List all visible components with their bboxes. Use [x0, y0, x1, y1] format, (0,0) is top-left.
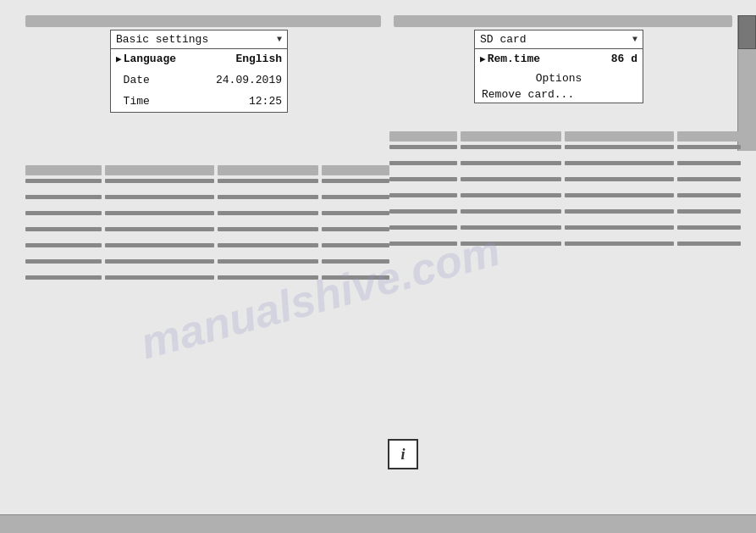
table-right-col2-header	[461, 131, 561, 142]
dropdown-row-time[interactable]: Time 12:25	[111, 92, 287, 113]
table-row	[389, 193, 741, 197]
table-row	[389, 225, 741, 230]
cell	[677, 193, 741, 197]
cell	[322, 275, 389, 280]
cell	[389, 177, 457, 181]
right-panel: SD card ▼ ▶ Rem.time 86 d Options Remove…	[474, 30, 643, 103]
cell	[218, 179, 318, 183]
removecard-label: Remove card...	[482, 88, 574, 101]
table-left	[25, 165, 389, 280]
cell	[218, 243, 318, 247]
table-row	[389, 161, 741, 165]
sd-dropdown-arrow-icon: ▼	[632, 35, 637, 44]
cell	[565, 161, 674, 165]
cell	[105, 227, 214, 231]
cell	[677, 209, 741, 214]
table-right	[389, 131, 741, 246]
header-bar-left	[25, 15, 381, 27]
table-right-header	[389, 131, 741, 142]
basic-settings-dropdown[interactable]: Basic settings ▼ ▶ Language English Date…	[110, 30, 288, 113]
dropdown-row-remtime[interactable]: ▶ Rem.time 86 d	[475, 49, 643, 70]
cell	[105, 195, 214, 199]
cell	[389, 209, 457, 214]
cell	[25, 275, 102, 280]
cell	[322, 259, 389, 264]
cell	[677, 177, 741, 181]
cell	[461, 161, 561, 165]
cell	[25, 243, 102, 247]
cell	[461, 145, 561, 149]
row-arrow-time	[116, 94, 122, 109]
cell	[218, 195, 318, 199]
table-row	[389, 177, 741, 181]
cell	[25, 179, 102, 183]
cell	[105, 259, 214, 264]
cell	[25, 195, 102, 199]
info-icon[interactable]: i	[388, 439, 418, 469]
cell	[322, 211, 389, 215]
cell	[218, 227, 318, 231]
cell	[677, 242, 741, 246]
table-row	[25, 179, 389, 183]
table-left-col4-header	[322, 165, 389, 175]
table-right-col1-header	[389, 131, 457, 142]
cell	[565, 242, 674, 246]
scrollbar-bottom[interactable]	[0, 514, 756, 533]
table-row	[25, 275, 389, 280]
cell	[218, 259, 318, 264]
date-label: Date	[124, 72, 216, 90]
cell	[25, 259, 102, 264]
dropdown-row-language[interactable]: ▶ Language English	[111, 49, 287, 70]
remtime-label: Rem.time	[488, 51, 611, 69]
table-row	[389, 242, 741, 246]
sd-card-dropdown[interactable]: SD card ▼ ▶ Rem.time 86 d Options Remove…	[474, 30, 643, 103]
table-left-col2-header	[105, 165, 214, 175]
cell	[677, 225, 741, 230]
dropdown-arrow-icon: ▼	[277, 35, 282, 44]
left-panel: Basic settings ▼ ▶ Language English Date…	[110, 30, 288, 113]
cell	[677, 161, 741, 165]
cell	[461, 225, 561, 230]
scrollbar-thumb[interactable]	[738, 15, 756, 49]
table-row	[25, 227, 389, 231]
table-right-col3-header	[565, 131, 674, 142]
cell	[389, 145, 457, 149]
language-value: English	[235, 51, 282, 69]
time-label: Time	[124, 93, 249, 111]
cell	[389, 161, 457, 165]
options-label: Options	[536, 72, 582, 85]
sd-dropdown-header[interactable]: SD card ▼	[475, 31, 643, 49]
scrollbar-right[interactable]	[737, 15, 756, 151]
dropdown-header[interactable]: Basic settings ▼	[111, 31, 287, 49]
cell	[565, 145, 674, 149]
cell	[461, 177, 561, 181]
table-left-rows	[25, 179, 389, 280]
dropdown-title: Basic settings	[116, 33, 208, 46]
table-row	[389, 145, 741, 149]
table-left-header	[25, 165, 389, 175]
cell	[25, 211, 102, 215]
table-right-col4-header	[677, 131, 741, 142]
cell	[105, 179, 214, 183]
dropdown-row-date[interactable]: Date 24.09.2019	[111, 70, 287, 92]
info-symbol: i	[400, 446, 405, 464]
cell	[322, 243, 389, 247]
cell	[105, 243, 214, 247]
row-arrow-placeholder	[116, 73, 122, 88]
cell	[105, 211, 214, 215]
table-row	[25, 243, 389, 247]
cell	[218, 211, 318, 215]
cell	[677, 145, 741, 149]
row-selected-arrow: ▶	[116, 53, 122, 68]
cell	[389, 242, 457, 246]
language-label: Language	[124, 51, 236, 69]
dropdown-row-options[interactable]: Options	[475, 70, 643, 86]
cell	[105, 275, 214, 280]
cell	[461, 209, 561, 214]
sd-dropdown-title: SD card	[480, 33, 527, 46]
table-row	[25, 211, 389, 215]
time-value: 12:25	[249, 93, 282, 111]
remtime-value: 86 d	[611, 51, 637, 69]
cell	[322, 227, 389, 231]
dropdown-row-removecard[interactable]: Remove card...	[475, 86, 643, 103]
